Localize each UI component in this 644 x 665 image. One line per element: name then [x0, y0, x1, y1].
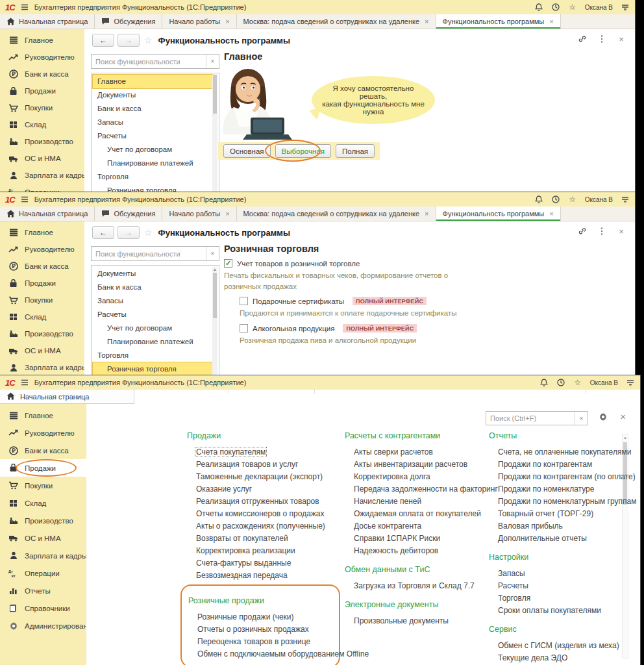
sidebar-item-производство[interactable]: Производство — [0, 133, 84, 150]
functionality-search-input[interactable]: Поиск функциональности × — [91, 54, 219, 69]
tab-3[interactable]: Начало работы× — [162, 14, 236, 29]
menu-link[interactable]: Дополнительные отчеты — [498, 534, 587, 542]
nav-list-item[interactable]: Розничная торговля — [93, 184, 212, 192]
nav-list-item[interactable]: Расчеты — [93, 129, 212, 143]
clear-search-icon[interactable]: × — [206, 55, 219, 68]
service-menu-icon[interactable] — [626, 378, 635, 387]
tab-4[interactable]: Москва: подача сведений о сотрудниках на… — [237, 14, 436, 29]
sidebar-item-склад[interactable]: Склад — [0, 494, 86, 512]
mode-button-option[interactable]: Полная — [336, 144, 375, 158]
favorites-star-icon[interactable]: ☆ — [568, 3, 577, 12]
sidebar-item-главное[interactable]: Главное — [0, 407, 86, 424]
main-menu-icon[interactable] — [20, 378, 29, 387]
sidebar-item-администрирование[interactable]: Администрирование — [0, 617, 86, 634]
menu-link[interactable]: Загрузка из Торговля и Склад 7.7 — [354, 582, 475, 590]
sidebar-item-производство[interactable]: Производство — [0, 512, 86, 529]
menu-link[interactable]: Текущие дела ЭДО — [498, 654, 567, 662]
mode-button-option[interactable]: Основная — [223, 144, 271, 158]
more-menu-icon[interactable] — [597, 34, 606, 44]
menu-link[interactable]: Отчеты комиссионеров о продажах — [196, 510, 325, 518]
close-page-icon[interactable]: × — [617, 227, 626, 236]
history-icon[interactable] — [551, 195, 560, 204]
sidebar-item-покупки[interactable]: Покупки — [0, 292, 84, 308]
tab-close-icon[interactable]: × — [549, 210, 553, 218]
menu-link[interactable]: Акты сверки расчетов — [354, 448, 433, 456]
sidebar-item-покупки[interactable]: Покупки — [0, 99, 84, 116]
sidebar-item-главное[interactable]: Главное — [0, 32, 84, 49]
menu-link[interactable]: Торговля — [498, 594, 530, 602]
mode-button-selected[interactable]: Выборочная — [275, 144, 331, 158]
menu-link[interactable]: Валовая прибыль — [498, 522, 563, 530]
menu-link[interactable]: Розничные продажи (чеки) — [197, 613, 294, 621]
forward-button[interactable]: → — [118, 34, 140, 47]
menu-link[interactable]: Товарный отчет (ТОРГ-29) — [498, 510, 593, 518]
get-link-icon[interactable] — [578, 34, 587, 44]
tab-2[interactable]: Обсуждения — [95, 14, 162, 29]
menu-link[interactable]: Акты инвентаризации расчетов — [354, 460, 467, 468]
nav-list-item[interactable]: Планирование платежей — [93, 157, 212, 170]
menu-link[interactable]: Передача задолженности на факторинг — [354, 485, 498, 493]
nav-list-item[interactable]: Запасы — [93, 294, 212, 308]
more-menu-icon[interactable] — [597, 227, 606, 236]
tab-3[interactable]: Начало работы× — [162, 207, 236, 221]
sidebar-item-ос-и-нма[interactable]: ОС и НМА — [0, 150, 84, 167]
list-scrollbar[interactable]: ▲ — [212, 267, 217, 375]
nav-list-item[interactable]: Главное — [93, 75, 212, 88]
history-icon[interactable] — [556, 378, 565, 387]
sidebar-item-склад[interactable]: Склад — [0, 116, 84, 133]
star-icon[interactable]: ☆ — [144, 35, 153, 45]
sidebar-item-банк-и-касса[interactable]: Банк и касса — [0, 442, 86, 459]
service-menu-icon[interactable] — [621, 3, 630, 12]
menu-link[interactable]: Счета покупателям — [196, 448, 266, 456]
feature-label[interactable]: Учет товаров в розничной торговле — [237, 260, 360, 268]
sidebar-item-ос-и-нма[interactable]: ОС и НМА — [0, 529, 86, 547]
menu-link[interactable]: Продажи по номенклатуре — [498, 485, 594, 493]
menu-link[interactable]: Акты о расхождениях (полученные) — [196, 522, 325, 530]
feature-label[interactable]: Подарочные сертификаты — [253, 297, 344, 305]
clear-search-icon[interactable]: × — [206, 247, 219, 260]
tab-4[interactable]: Москва: подача сведений о сотрудниках на… — [237, 207, 436, 221]
back-button[interactable]: ← — [92, 226, 114, 239]
tab-close-icon[interactable]: × — [225, 210, 229, 218]
main-menu-icon[interactable] — [20, 195, 29, 204]
tab-close-icon[interactable]: × — [225, 18, 229, 25]
menu-link[interactable]: Возвраты от покупателей — [196, 534, 288, 542]
menu-link[interactable]: Счета, не оплаченные покупателями — [498, 448, 631, 456]
nav-list-item[interactable]: Розничная торговля — [93, 362, 212, 375]
tab-2[interactable]: Обсуждения — [95, 207, 162, 221]
nav-list-item[interactable]: Учет по договорам — [93, 143, 212, 157]
menu-link[interactable]: Корректировка реализации — [196, 547, 295, 555]
menu-link[interactable]: Реализация товаров и услуг — [196, 460, 298, 468]
forward-button[interactable]: → — [118, 226, 140, 239]
menu-link[interactable]: Досье контрагента — [354, 522, 421, 530]
menu-link[interactable]: Произвольные документы — [354, 617, 449, 625]
tab-1[interactable]: Начальная страница — [0, 14, 95, 29]
tab-1[interactable]: Начальная страница — [0, 207, 95, 221]
sidebar-item-ос-и-нма[interactable]: ОС и НМА — [0, 342, 84, 359]
nav-list-item[interactable]: Торговля — [93, 170, 212, 184]
sidebar-item-зарплата-и-кадры[interactable]: Зарплата и кадры — [0, 359, 84, 375]
tab-home[interactable]: Начальная страница — [0, 390, 134, 404]
notifications-bell-icon[interactable] — [534, 195, 543, 204]
menu-link[interactable]: Продажи по контрагентам (по оплате) — [498, 473, 636, 481]
favorites-star-icon[interactable]: ☆ — [568, 195, 577, 204]
menu-link[interactable]: Корректировка долга — [354, 473, 430, 481]
notifications-bell-icon[interactable] — [534, 3, 543, 12]
main-menu-icon[interactable] — [20, 3, 29, 12]
menu-link[interactable]: Безвозмездная передача — [196, 571, 288, 579]
sidebar-item-продажи[interactable]: Продажи — [0, 275, 84, 292]
menu-link[interactable]: Ожидаемая оплата от покупателей — [354, 510, 481, 518]
menu-link[interactable]: Запасы — [498, 570, 525, 577]
nav-list-item[interactable]: Торговля — [93, 349, 212, 362]
menu-link[interactable]: Счета-фактуры выданные — [196, 559, 291, 567]
nav-list-item[interactable]: Планирование платежей — [93, 335, 212, 349]
user-name[interactable]: Оксана В — [590, 379, 618, 386]
sidebar-item-продажи[interactable]: Продажи — [0, 459, 86, 477]
sidebar-item-банк-и-касса[interactable]: Банк и касса — [0, 66, 84, 82]
get-link-icon[interactable] — [578, 227, 587, 236]
tab-close-icon[interactable]: × — [549, 18, 553, 25]
close-menu-icon[interactable]: × — [620, 411, 626, 422]
menu-link[interactable]: Реализация отгруженных товаров — [196, 497, 319, 505]
checkbox-unchecked[interactable] — [240, 324, 248, 332]
functionality-search-input[interactable]: Поиск функциональности × — [91, 246, 219, 261]
